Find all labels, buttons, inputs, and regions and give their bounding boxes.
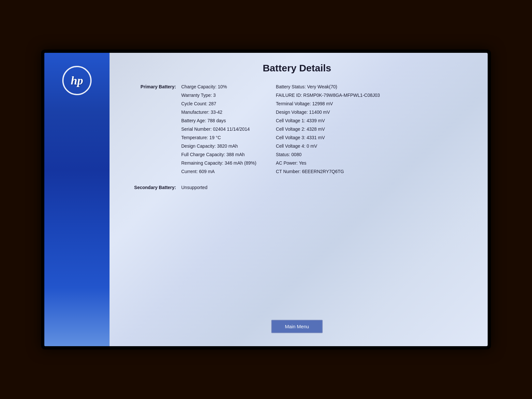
detail-row: Cell Voltage 4: 0 mV [276, 143, 380, 150]
screen-outer: hp Battery Details Primary Battery: Char… [41, 50, 491, 349]
detail-row: Temperature: 19 °C [181, 134, 256, 141]
footer: Main Menu [123, 320, 471, 336]
screen-inner: hp Battery Details Primary Battery: Char… [44, 53, 488, 346]
detail-row: Terminal Voltage: 12998 mV [276, 100, 380, 107]
hp-logo-text: hp [71, 74, 83, 87]
detail-row: Design Voltage: 11400 mV [276, 109, 380, 116]
detail-row: AC Power: Yes [276, 160, 380, 167]
page-title: Battery Details [123, 63, 471, 74]
detail-row: Cell Voltage 2: 4328 mV [276, 126, 380, 133]
detail-row: Battery Status: Very Weak(70) [276, 83, 380, 90]
primary-battery-section: Primary Battery: Charge Capacity: 10%War… [123, 83, 471, 175]
battery-col-left: Charge Capacity: 10%Warranty Type: 3Cycl… [181, 83, 256, 175]
detail-row: CT Number: 6EEERN2RY7Q6TG [276, 168, 380, 175]
hp-logo: hp [62, 66, 92, 95]
secondary-battery-label: Secondary Battery: [123, 185, 181, 190]
secondary-battery-value: Unsupported [181, 185, 207, 190]
detail-row: Remaining Capacity: 346 mAh (89%) [181, 160, 256, 167]
detail-row: Serial Number: 02404 11/14/2014 [181, 126, 256, 133]
battery-col-right: Battery Status: Very Weak(70)FAILURE ID:… [276, 83, 380, 175]
detail-row: Warranty Type: 3 [181, 92, 256, 99]
main-content: Battery Details Primary Battery: Charge … [110, 53, 488, 346]
detail-row: Cycle Count: 287 [181, 100, 256, 107]
primary-battery-label: Primary Battery: [123, 83, 181, 175]
detail-row: Cell Voltage 3: 4331 mV [276, 134, 380, 141]
detail-row: Current: 609 mA [181, 168, 256, 175]
detail-row: Status: 0080 [276, 151, 380, 158]
detail-row: Charge Capacity: 10% [181, 83, 256, 90]
detail-row: FAILURE ID: RSMP0K-79W8GA-MFPWL1-C08J03 [276, 92, 380, 99]
detail-row: Battery Age: 788 days [181, 117, 256, 124]
detail-row: Cell Voltage 1: 4339 mV [276, 117, 380, 124]
main-menu-button[interactable]: Main Menu [271, 320, 323, 333]
sidebar: hp [44, 53, 110, 346]
battery-columns: Charge Capacity: 10%Warranty Type: 3Cycl… [181, 83, 471, 175]
detail-row: Design Capacity: 3820 mAh [181, 143, 256, 150]
secondary-battery-section: Secondary Battery: Unsupported [123, 185, 471, 190]
detail-row: Full Charge Capacity: 388 mAh [181, 151, 256, 158]
detail-row: Manufacturer: 33-42 [181, 109, 256, 116]
